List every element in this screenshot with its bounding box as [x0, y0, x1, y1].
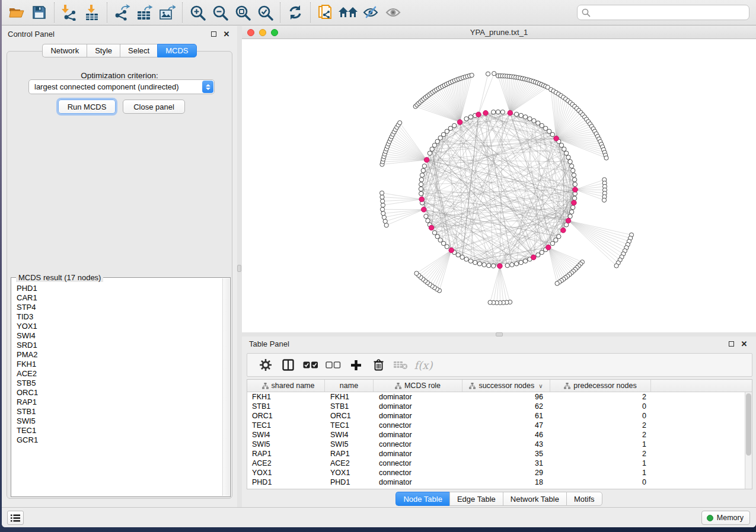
table-cell[interactable]: 31: [462, 459, 550, 468]
table-cell[interactable]: 1: [550, 459, 651, 468]
table-row[interactable]: SWI4SWI4dominator462: [247, 430, 745, 440]
mcds-result-item[interactable]: CAR1: [12, 293, 222, 303]
column-header-successor-nodes[interactable]: successor nodes ∨: [462, 380, 550, 392]
tab-edge-table[interactable]: Edge Table: [449, 492, 503, 506]
table-cell[interactable]: TEC1: [247, 421, 325, 430]
scrollbar-thumb[interactable]: [746, 393, 751, 456]
tab-motifs[interactable]: Motifs: [566, 492, 602, 506]
table-cell[interactable]: 0: [550, 402, 651, 411]
show-columns-button[interactable]: [277, 355, 299, 375]
share-document-button[interactable]: [314, 1, 337, 24]
mcds-result-item[interactable]: TID3: [12, 312, 222, 322]
table-cell[interactable]: 1: [550, 440, 651, 449]
table-scrollbar[interactable]: [745, 392, 752, 489]
float-panel-icon[interactable]: [209, 29, 218, 39]
vertical-splitter[interactable]: [237, 26, 242, 507]
close-panel-icon[interactable]: ✕: [739, 339, 749, 348]
float-panel-icon[interactable]: [726, 339, 736, 348]
table-cell[interactable]: 2: [550, 449, 651, 459]
mcds-result-item[interactable]: STB5: [12, 379, 222, 388]
mcds-result-item[interactable]: STB1: [12, 407, 222, 416]
table-cell[interactable]: dominator: [374, 449, 462, 459]
table-cell[interactable]: 0: [550, 411, 651, 421]
zoom-selected-button[interactable]: [254, 1, 276, 24]
mcds-result-item[interactable]: ACE2: [12, 369, 222, 379]
mcds-result-item[interactable]: ORC1: [12, 388, 222, 398]
table-cell[interactable]: connector: [374, 421, 462, 430]
tab-network-table[interactable]: Network Table: [503, 492, 566, 506]
network-view[interactable]: [242, 39, 756, 332]
table-cell[interactable]: ORC1: [247, 411, 325, 421]
mcds-result-item[interactable]: SWI5: [12, 416, 222, 426]
zoom-out-button[interactable]: [209, 1, 231, 24]
export-image-button[interactable]: [156, 1, 178, 24]
tab-network[interactable]: Network: [42, 44, 87, 57]
mcds-result-scrollbar[interactable]: [222, 278, 229, 496]
close-panel-button[interactable]: Close panel: [123, 100, 185, 114]
delete-row-button[interactable]: [367, 355, 390, 375]
column-header-shared-name[interactable]: shared name: [247, 380, 325, 392]
tab-select[interactable]: Select: [120, 44, 157, 57]
mcds-result-item[interactable]: PMA2: [12, 350, 222, 360]
table-cell[interactable]: SWI5: [247, 440, 325, 449]
table-cell[interactable]: dominator: [374, 477, 462, 487]
table-cell[interactable]: FKH1: [325, 392, 374, 402]
table-cell[interactable]: 2: [550, 421, 651, 430]
table-cell[interactable]: SWI4: [325, 430, 374, 440]
unselect-all-button[interactable]: [322, 355, 344, 375]
select-all-button[interactable]: [299, 355, 322, 375]
table-cell[interactable]: connector: [374, 468, 462, 477]
mcds-result-item[interactable]: PHD1: [12, 284, 222, 293]
table-cell[interactable]: 46: [462, 430, 550, 440]
table-cell[interactable]: SWI5: [325, 440, 374, 449]
table-cell[interactable]: RAP1: [325, 449, 374, 459]
table-cell[interactable]: dominator: [374, 402, 462, 411]
open-file-button[interactable]: [5, 1, 28, 24]
table-cell[interactable]: ACE2: [325, 459, 374, 468]
delete-table-button[interactable]: [390, 355, 412, 375]
mcds-result-item[interactable]: RAP1: [12, 398, 222, 407]
mcds-result-item[interactable]: SWI4: [12, 331, 222, 341]
table-cell[interactable]: PHD1: [247, 477, 325, 487]
table-cell[interactable]: 35: [462, 449, 550, 459]
table-row[interactable]: SWI5SWI5connector431: [247, 440, 745, 449]
memory-button[interactable]: Memory: [701, 511, 750, 525]
table-cell[interactable]: STB1: [325, 402, 374, 411]
network-graph[interactable]: [242, 39, 754, 332]
mcds-result-item[interactable]: YOX1: [12, 322, 222, 331]
table-row[interactable]: PHD1PHD1dominator180: [247, 477, 745, 487]
table-cell[interactable]: 62: [462, 402, 550, 411]
table-row[interactable]: STB1STB1dominator620: [247, 402, 745, 411]
export-network-button[interactable]: [111, 1, 133, 24]
mcds-result-item[interactable]: GCR1: [12, 435, 222, 445]
table-cell[interactable]: RAP1: [247, 449, 325, 459]
table-cell[interactable]: YOX1: [247, 468, 325, 477]
search-input[interactable]: [594, 7, 749, 18]
table-row[interactable]: TEC1TEC1connector472: [247, 421, 745, 430]
show-panel-button[interactable]: [382, 1, 404, 24]
table-cell[interactable]: PHD1: [325, 477, 374, 487]
table-cell[interactable]: 1: [550, 468, 651, 477]
splitter-grip[interactable]: [237, 265, 241, 272]
refresh-button[interactable]: [284, 1, 307, 24]
tab-mcds[interactable]: MCDS: [157, 44, 196, 57]
export-table-button[interactable]: [133, 1, 156, 24]
optimization-criterion-select[interactable]: largest connected component (undirected): [28, 79, 215, 94]
column-header-mcds-role[interactable]: MCDS role: [374, 380, 462, 392]
table-cell[interactable]: connector: [374, 440, 462, 449]
task-history-button[interactable]: [7, 511, 24, 525]
mcds-result-item[interactable]: FKH1: [12, 360, 222, 369]
table-cell[interactable]: 43: [462, 440, 550, 449]
table-row[interactable]: ACE2ACE2connector311: [247, 459, 745, 468]
table-cell[interactable]: 18: [462, 477, 550, 487]
splitter-grip[interactable]: [496, 332, 503, 336]
table-cell[interactable]: ORC1: [325, 411, 374, 421]
table-cell[interactable]: dominator: [374, 392, 462, 402]
add-row-button[interactable]: [344, 355, 367, 375]
table-row[interactable]: ORC1ORC1dominator610: [247, 411, 745, 421]
import-table-button[interactable]: [81, 1, 103, 24]
table-cell[interactable]: dominator: [374, 430, 462, 440]
table-cell[interactable]: SWI4: [247, 430, 325, 440]
horizontal-splitter[interactable]: [242, 332, 756, 336]
table-cell[interactable]: dominator: [374, 411, 462, 421]
